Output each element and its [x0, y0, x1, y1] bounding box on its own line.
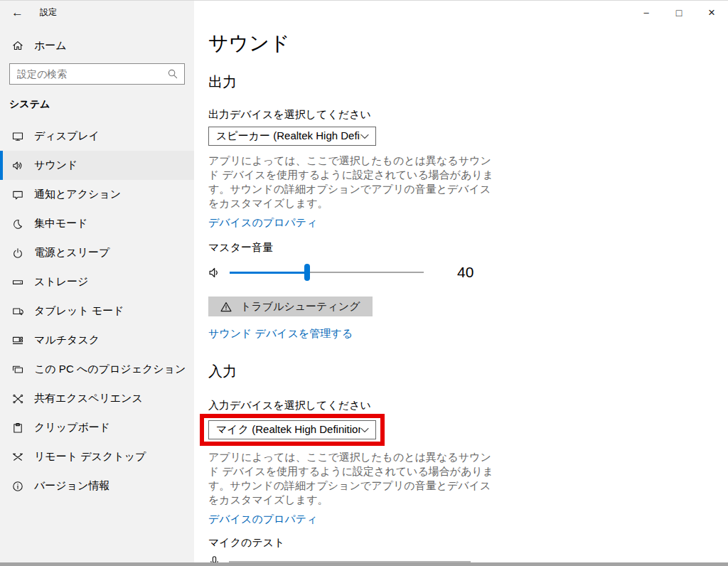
sidebar-item-sound[interactable]: サウンド	[0, 151, 194, 180]
storage-icon	[12, 277, 23, 288]
sidebar-item-power-sleep[interactable]: 電源とスリープ	[0, 238, 194, 267]
maximize-button[interactable]: □	[663, 1, 695, 24]
sidebar-item-label: リモート デスクトップ	[34, 450, 146, 464]
remote-desktop-icon	[12, 452, 23, 463]
mic-test-label: マイクのテスト	[208, 536, 500, 550]
warning-icon	[220, 301, 232, 312]
notifications-icon	[12, 189, 23, 201]
sidebar-item-label: 共有エクスペリエンス	[34, 392, 143, 405]
master-volume-slider[interactable]	[230, 264, 424, 281]
sidebar-item-label: サウンド	[34, 159, 77, 172]
search-box	[9, 63, 185, 85]
output-device-value: スピーカー (Realtek High Definition...	[216, 129, 360, 143]
sidebar-home-label: ホーム	[34, 39, 67, 53]
sidebar-item-focus-assist[interactable]: 集中モード	[0, 209, 194, 238]
sound-settings-content: サウンド 出力 出力デバイスを選択してください スピーカー (Realtek H…	[208, 32, 500, 566]
output-device-dropdown[interactable]: スピーカー (Realtek High Definition...	[208, 127, 376, 146]
sidebar-item-notifications[interactable]: 通知とアクション	[0, 180, 194, 209]
chevron-down-icon	[360, 134, 369, 139]
close-button[interactable]: ×	[695, 1, 728, 24]
app-title: 設定	[40, 6, 57, 18]
sound-icon	[12, 160, 23, 171]
sidebar-item-label: 電源とスリープ	[34, 246, 109, 260]
sidebar-item-shared-experiences[interactable]: 共有エクスペリエンス	[0, 384, 194, 413]
sidebar-item-label: この PC へのプロジェクション	[34, 363, 186, 376]
output-device-properties-link[interactable]: デバイスのプロパティ	[208, 216, 318, 230]
chevron-down-icon	[360, 427, 369, 433]
output-troubleshoot-button[interactable]: トラブルシューティング	[208, 297, 373, 316]
output-manage-devices-link[interactable]: サウンド デバイスを管理する	[208, 327, 353, 341]
sidebar-item-label: タブレット モード	[34, 304, 124, 318]
sidebar-item-label: ディスプレイ	[34, 129, 100, 143]
sidebar-item-multitasking[interactable]: マルチタスク	[0, 326, 194, 355]
home-icon	[12, 40, 23, 51]
input-device-dropdown[interactable]: マイク (Realtek High Definition Au...	[208, 420, 376, 439]
back-button[interactable]: ←	[11, 6, 33, 20]
multitask-icon	[12, 335, 23, 346]
sidebar-item-label: 通知とアクション	[34, 188, 121, 201]
master-volume-slider-row: 40	[208, 264, 500, 281]
master-volume-value: 40	[457, 264, 473, 281]
input-description: アプリによっては、ここで選択したものとは異なるサウンド デバイスを使用するように…	[208, 450, 494, 507]
sidebar-item-storage[interactable]: ストレージ	[0, 267, 194, 297]
sidebar-item-label: 集中モード	[34, 217, 88, 230]
input-device-value: マイク (Realtek High Definition Au...	[216, 423, 360, 437]
input-section-heading: 入力	[208, 362, 500, 381]
sidebar-item-label: ストレージ	[34, 275, 88, 289]
clipboard-icon	[12, 422, 23, 434]
sidebar-item-about[interactable]: バージョン情報	[0, 471, 194, 501]
minimize-button[interactable]: –	[630, 1, 663, 24]
sidebar-item-display[interactable]: ディスプレイ	[0, 122, 194, 151]
sidebar-section-label: システム	[0, 98, 194, 111]
input-device-label: 入力デバイスを選択してください	[208, 399, 500, 412]
window-bottom-edge	[0, 562, 728, 566]
speaker-icon	[208, 266, 222, 279]
output-device-label: 出力デバイスを選択してください	[208, 108, 500, 122]
sidebar-item-label: バージョン情報	[34, 479, 109, 493]
search-input[interactable]	[9, 63, 185, 85]
sidebar-item-remote-desktop[interactable]: リモート デスクトップ	[0, 442, 194, 471]
window-controls: – □ ×	[630, 1, 728, 24]
sidebar-item-projecting[interactable]: この PC へのプロジェクション	[0, 355, 194, 384]
slider-thumb[interactable]	[304, 264, 310, 281]
tablet-mode-icon	[12, 306, 23, 317]
troubleshoot-label: トラブルシューティング	[240, 300, 360, 314]
projection-icon	[12, 364, 23, 375]
shared-experiences-icon	[12, 393, 23, 405]
page-title: サウンド	[208, 32, 500, 55]
sidebar-item-clipboard[interactable]: クリップボード	[0, 413, 194, 442]
output-section-heading: 出力	[208, 73, 500, 92]
sidebar-item-tablet-mode[interactable]: タブレット モード	[0, 297, 194, 326]
master-volume-label: マスター音量	[208, 241, 500, 255]
sidebar: ← 設定 ホーム システム ディスプレイ	[0, 1, 194, 566]
output-description: アプリによっては、ここで選択したものとは異なるサウンド デバイスを使用するように…	[208, 154, 494, 210]
sidebar-item-label: クリップボード	[34, 421, 110, 434]
search-icon	[167, 68, 178, 80]
input-device-properties-link[interactable]: デバイスのプロパティ	[208, 513, 318, 526]
titlebar: ← 設定	[0, 1, 194, 24]
sidebar-item-home[interactable]: ホーム	[0, 34, 194, 57]
power-icon	[12, 247, 23, 259]
display-icon	[12, 131, 23, 142]
settings-window: ← 設定 ホーム システム ディスプレイ	[0, 0, 728, 566]
main-panel: サウンド 出力 出力デバイスを選択してください スピーカー (Realtek H…	[194, 1, 728, 566]
focus-assist-icon	[12, 218, 23, 230]
sidebar-item-label: マルチタスク	[34, 333, 100, 347]
sidebar-nav: ディスプレイ サウンド 通知とアクション 集中モード	[0, 122, 194, 501]
info-icon	[12, 481, 23, 492]
red-highlight-box: マイク (Realtek High Definition Au...	[200, 414, 385, 446]
slider-fill	[230, 272, 307, 274]
